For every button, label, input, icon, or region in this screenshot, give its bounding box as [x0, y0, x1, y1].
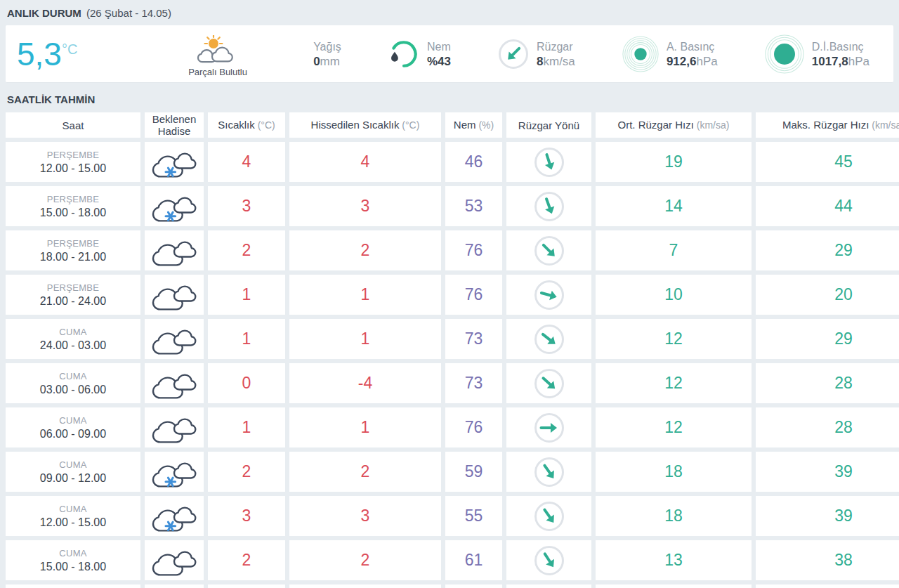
forecast-row: CUMA 12.00 - 15.00 3 3 55: [6, 496, 899, 536]
cloud-icon: [150, 411, 198, 444]
humidity-metric: Nem %43: [388, 38, 451, 70]
snow-cloud-icon: [150, 145, 198, 178]
avg-wind-cell: 12: [596, 319, 752, 359]
avg-wind-cell: 12: [596, 363, 752, 403]
forecast-row: CUMA 09.00 - 12.00 2 2 59: [6, 452, 899, 492]
time-range-label: 09.00 - 12.00: [6, 472, 140, 485]
forecast-row: PERŞEMBE 18.00 - 21.00 2 2 76: [6, 230, 899, 270]
humidity-value: %43: [427, 54, 451, 69]
day-label: PERŞEMBE: [6, 150, 140, 160]
day-label: PERŞEMBE: [6, 282, 140, 293]
feels-like-cell: -4: [289, 363, 441, 403]
wind-direction-icon: [533, 544, 565, 577]
wind-direction-icon: [533, 500, 565, 533]
time-cell: CUMA 24.00 - 03.00: [6, 319, 140, 359]
current-section-header: ANLIK DURUM (26 Şubat - 14.05): [0, 0, 899, 20]
precipitation-metric: Yağış 0mm: [313, 39, 341, 69]
condition-cell: [145, 584, 204, 588]
time-cell: PERŞEMBE 15.00 - 18.00: [6, 186, 140, 226]
wind-direction-cell: [506, 230, 591, 270]
time-cell: CUMA 15.00 - 18.00: [6, 540, 140, 580]
wind-direction-cell: [506, 407, 591, 447]
time-range-label: 24.00 - 03.00: [6, 339, 140, 352]
avg-wind-cell: 10: [596, 275, 752, 315]
avg-wind-cell: 18: [596, 452, 752, 492]
avg-wind-cell: 19: [596, 142, 752, 182]
max-wind-cell: 39: [756, 452, 899, 492]
column-header-hissedilen-sicaklik: Hissedilen Sıcaklık (°C): [289, 112, 441, 138]
humidity-cell: 73: [445, 363, 502, 403]
column-header-ort-ruzgar-hizi: Ort. Rüzgar Hızı (km/sa): [596, 112, 752, 138]
cloud-icon: [150, 322, 198, 355]
current-section-title: ANLIK DURUM: [7, 7, 81, 19]
avg-wind-cell: 7: [596, 230, 752, 270]
wind-direction-cell: [506, 584, 591, 588]
sun-icon: [209, 39, 218, 48]
time-cell: CUMA 12.00 - 15.00: [6, 496, 140, 536]
humidity-cell: 46: [445, 142, 502, 182]
snow-cloud-icon: [150, 190, 198, 223]
snow-cloud-icon: [150, 499, 198, 533]
time-cell: PERŞEMBE 12.00 - 15.00: [6, 142, 140, 182]
temperature-cell: 2: [208, 230, 285, 270]
table-body: PERŞEMBE 12.00 - 15.00 4 4 46: [6, 142, 899, 588]
actual-pressure-value: 912,6hPa: [667, 54, 718, 69]
wind-direction-cell: [506, 540, 591, 580]
forecast-row: CUMA 06.00 - 09.00 1 1 76: [6, 407, 899, 447]
hourly-forecast-table: SaatBeklenen HadiseSıcaklık (°C)Hissedil…: [1, 108, 899, 588]
condition-cell: [145, 496, 204, 536]
max-wind-cell: 29: [756, 319, 899, 359]
day-label: CUMA: [6, 459, 140, 470]
time-cell: CUMA 03.00 - 06.00: [6, 363, 140, 403]
precipitation-label: Yağış: [313, 39, 341, 54]
day-label: PERŞEMBE: [6, 238, 140, 249]
temperature-cell: 1: [208, 407, 285, 447]
condition-cell: [145, 319, 204, 359]
feels-like-cell: 3: [289, 496, 441, 536]
current-condition: Parçalı Bulutlu: [169, 35, 267, 77]
feels-like-cell: 2: [289, 540, 441, 580]
hourly-section-title: SAATLİK TAHMİN: [7, 93, 899, 105]
time-range-label: 06.00 - 09.00: [6, 428, 140, 440]
feels-like-cell: 1: [289, 407, 441, 447]
temperature-cell: 0: [208, 363, 285, 403]
time-range-label: 15.00 - 18.00: [6, 561, 140, 573]
column-header-ruzgar-yonu: Rüzgar Yönü: [506, 112, 591, 138]
snow-cloud-icon: [150, 455, 198, 488]
humidity-cell: [445, 584, 502, 588]
current-temperature: 5,3°C: [17, 38, 122, 70]
wind-direction-cell: [506, 496, 591, 536]
max-wind-cell: 20: [756, 275, 899, 315]
max-wind-cell: 28: [756, 363, 899, 403]
condition-cell: [145, 540, 204, 580]
actual-pressure-label: A. Basınç: [667, 39, 718, 54]
current-temperature-unit: °C: [62, 41, 77, 57]
forecast-row: PERŞEMBE 15.00 - 18.00 3 3 53: [6, 186, 899, 226]
time-range-label: 12.00 - 15.00: [6, 516, 140, 529]
forecast-row: CUMA 24.00 - 03.00 1 1 73: [6, 319, 899, 359]
day-label: CUMA: [6, 371, 140, 381]
sea-level-pressure-value: 1017,8hPa: [812, 54, 870, 69]
max-wind-cell: 39: [756, 496, 899, 536]
condition-cell: [145, 407, 204, 447]
max-wind-cell: [756, 584, 899, 588]
humidity-cell: 53: [445, 186, 502, 226]
time-range-label: 18.00 - 21.00: [6, 251, 140, 263]
feels-like-cell: 1: [289, 275, 441, 315]
partly-cloudy-icon: [195, 35, 241, 66]
avg-wind-cell: 12: [596, 407, 752, 447]
temperature-cell: 3: [208, 496, 285, 536]
current-conditions-panel: 5,3°C Parçalı Bulutlu Yağış 0mm: [6, 25, 893, 83]
temperature-cell: 2: [208, 452, 285, 492]
max-wind-cell: 44: [756, 186, 899, 226]
wind-direction-icon: [533, 190, 565, 223]
wind-direction-cell: [506, 319, 591, 359]
wind-direction-icon: [533, 367, 565, 400]
condition-cell: [145, 142, 204, 182]
temperature-cell: [208, 584, 285, 588]
cloud-icon: [150, 234, 198, 267]
current-temperature-value: 5,3: [17, 36, 62, 72]
temperature-cell: 4: [208, 142, 285, 182]
time-range-label: 21.00 - 24.00: [6, 295, 140, 308]
wind-direction-icon: [533, 412, 565, 444]
